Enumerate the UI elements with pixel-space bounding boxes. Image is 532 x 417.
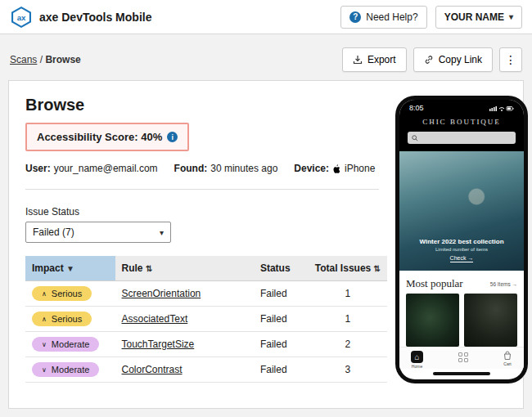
breadcrumb-separator: /	[40, 54, 43, 65]
chevron-down-icon: ▾	[160, 228, 164, 237]
column-header-impact[interactable]: Impact ▼	[25, 256, 115, 281]
tab-home[interactable]: ⌂ Home	[411, 351, 423, 369]
overflow-menu-button[interactable]: ⋮	[499, 47, 522, 72]
link-icon	[424, 55, 434, 65]
breadcrumb-scans-link[interactable]: Scans	[10, 54, 37, 65]
download-icon	[353, 55, 363, 65]
sort-icon: ⇅	[146, 264, 152, 273]
axe-logo-icon: ax	[10, 6, 33, 29]
page-title: Browse	[25, 96, 387, 114]
popular-items-link[interactable]: 56 Items →	[490, 281, 517, 287]
divider	[25, 189, 379, 190]
user-label: User:	[25, 163, 51, 174]
app-title: axe DevTools Mobile	[39, 11, 151, 24]
status-header-label: Status	[260, 262, 291, 274]
phone-time: 8:05	[409, 104, 424, 112]
store-brand: CHIC BOUTIQUE	[408, 118, 516, 126]
product-image[interactable]	[406, 294, 459, 347]
home-icon: ⌂	[414, 352, 419, 361]
issue-status-select[interactable]: Failed (7) ▾	[25, 222, 171, 243]
issue-status-label: Issue Status	[25, 206, 387, 217]
phone-tab-bar: ⌂ Home Cart	[399, 347, 524, 369]
export-label: Export	[367, 54, 396, 65]
copy-link-label: Copy Link	[439, 54, 482, 65]
need-help-label: Need Help?	[366, 11, 417, 23]
info-icon[interactable]: i	[167, 132, 178, 142]
chevron-down-icon: ∨	[42, 341, 47, 348]
hero-subtitle: Limited number of items	[408, 247, 516, 252]
column-header-rule[interactable]: Rule ⇅	[115, 256, 254, 281]
impact-badge[interactable]: ∨ Moderate	[32, 362, 99, 377]
rule-link[interactable]: AssociatedText	[122, 313, 188, 325]
copy-link-button[interactable]: Copy Link	[413, 47, 493, 72]
search-input[interactable]	[408, 132, 516, 144]
impact-badge[interactable]: ∨ Moderate	[32, 337, 99, 352]
issues-table: Impact ▼ Rule ⇅ Status Total Issues ⇅	[25, 256, 387, 383]
popular-title: Most popular	[406, 277, 463, 290]
total-issues-cell: 1	[309, 307, 387, 332]
sort-desc-icon: ▼	[66, 264, 74, 273]
rule-link[interactable]: TouchTargetSize	[122, 339, 195, 350]
status-icons	[489, 105, 514, 111]
rule-link[interactable]: ColorContrast	[122, 364, 183, 375]
cart-icon	[503, 351, 512, 361]
user-menu-label: YOUR NAME	[444, 11, 504, 23]
app-header: ax axe DevTools Mobile ? Need Help? YOUR…	[0, 0, 532, 34]
hero-check-link[interactable]: Check →	[450, 255, 474, 262]
sort-icon: ⇅	[374, 264, 381, 273]
impact-badge[interactable]: ∧ Serious	[32, 286, 92, 301]
chevron-up-icon: ∧	[42, 290, 47, 298]
tab-cart-label: Cart	[503, 361, 511, 366]
tab-categories[interactable]	[458, 351, 468, 362]
impact-header-label: Impact	[32, 262, 64, 274]
impact-badge[interactable]: ∧ Serious	[32, 312, 92, 326]
impact-label: Moderate	[52, 339, 89, 349]
total-header-label: Total Issues	[315, 262, 371, 274]
chevron-down-icon: ∨	[42, 366, 47, 374]
chevron-down-icon: ▾	[509, 12, 513, 21]
column-header-total[interactable]: Total Issues ⇅	[309, 256, 387, 281]
impact-label: Serious	[52, 289, 82, 298]
grid-icon	[458, 352, 468, 362]
found-label: Found:	[174, 163, 208, 174]
product-grid	[399, 294, 524, 347]
impact-label: Moderate	[52, 365, 89, 374]
scan-meta: User: your_name@email.com Found: 30 minu…	[25, 163, 387, 174]
accessibility-score-highlight: Accessibility Score: 40% i	[25, 123, 189, 151]
tab-home-label: Home	[412, 364, 422, 369]
table-row: ∧ Serious ScreenOrientation Failed 1	[25, 281, 387, 307]
export-button[interactable]: Export	[342, 47, 407, 72]
breadcrumb: Scans / Browse	[10, 54, 81, 65]
search-icon	[412, 135, 418, 141]
found-value: 30 minutes ago	[210, 163, 277, 174]
breadcrumb-current: Browse	[45, 54, 80, 65]
total-issues-cell: 2	[309, 332, 387, 357]
user-value: your_name@email.com	[54, 163, 158, 174]
toolbar: Scans / Browse Export Copy Link ⋮	[0, 34, 532, 80]
apple-icon	[332, 164, 341, 174]
phone-status-bar: 8:05	[399, 100, 524, 114]
user-menu-button[interactable]: YOUR NAME ▾	[435, 6, 522, 29]
need-help-button[interactable]: ? Need Help?	[340, 6, 426, 29]
table-row: ∨ Moderate TouchTargetSize Failed 2	[25, 332, 387, 357]
popular-section-header: Most popular 56 Items →	[399, 271, 524, 294]
issue-status-value: Failed (7)	[33, 226, 74, 238]
table-row: ∧ Serious AssociatedText Failed 1	[25, 307, 387, 332]
column-header-status[interactable]: Status	[254, 256, 309, 281]
chevron-up-icon: ∧	[42, 316, 47, 323]
phone-mockup: 8:05 CHIC BOUTIQUE	[395, 96, 528, 383]
product-image[interactable]	[464, 294, 517, 347]
hero-banner: Winter 2022 best collection Limited numb…	[399, 151, 524, 271]
device-value: iPhone	[345, 163, 375, 174]
total-issues-cell: 1	[309, 281, 387, 307]
rule-link[interactable]: ScreenOrientation	[122, 288, 201, 299]
status-cell: Failed	[254, 281, 309, 307]
browse-card: Browse Accessibility Score: 40% i User: …	[8, 80, 524, 409]
tab-cart[interactable]: Cart	[503, 351, 512, 366]
accessibility-score-text: Accessibility Score: 40%	[37, 131, 162, 143]
status-cell: Failed	[254, 332, 309, 357]
help-icon: ?	[349, 11, 361, 23]
table-row: ∨ Moderate ColorContrast Failed 3	[25, 357, 387, 383]
status-cell: Failed	[254, 357, 309, 383]
total-issues-cell: 3	[309, 357, 387, 383]
